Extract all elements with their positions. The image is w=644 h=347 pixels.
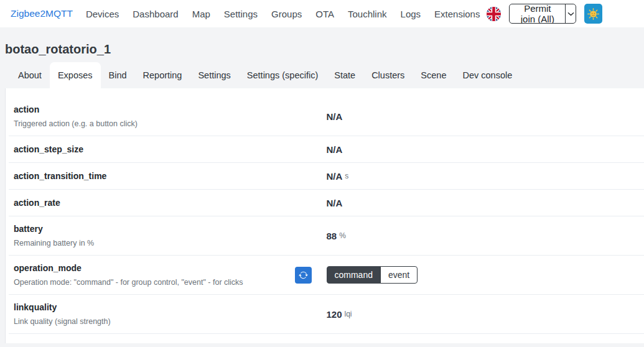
nav-item-groups[interactable]: Groups (264, 9, 309, 19)
device-header: botao_rotatorio_1 AboutExposesBindReport… (0, 27, 644, 88)
expose-description: Link quality (signal strength) (14, 316, 111, 327)
uk-flag-icon (487, 7, 501, 21)
nav-item-settings[interactable]: Settings (217, 9, 264, 19)
nav-item-dashboard[interactable]: Dashboard (126, 9, 185, 19)
expose-description: Operation mode: "command" - for group co… (14, 277, 243, 288)
tab-clusters[interactable]: Clusters (363, 62, 413, 88)
expose-labels: action_rate (14, 197, 60, 209)
option-button-event[interactable]: event (380, 266, 418, 284)
expose-row-battery: battery Remaining battery in % 88 % (9, 216, 644, 256)
nav-item-map[interactable]: Map (185, 9, 217, 19)
nav-menu: DevicesDashboardMapSettingsGroupsOTATouc… (79, 9, 487, 19)
expose-name: action_step_size (14, 143, 83, 155)
sun-face-icon (587, 8, 599, 20)
expose-labels: linkquality Link quality (signal strengt… (14, 301, 111, 327)
tab-reporting[interactable]: Reporting (135, 62, 190, 88)
expose-name: action_transition_time (14, 170, 106, 182)
expose-labels: action Triggered action (e.g. a button c… (14, 103, 138, 129)
expose-value: 120 (327, 309, 342, 320)
tab-settings-specific[interactable]: Settings (specific) (239, 62, 326, 88)
expose-name: action_rate (14, 197, 60, 209)
expose-value: N/A (327, 171, 343, 182)
expose-unit: % (339, 231, 346, 240)
expose-name: linkquality (14, 301, 111, 313)
tab-about[interactable]: About (10, 62, 50, 88)
tab-settings[interactable]: Settings (190, 62, 238, 88)
expose-description: Remaining battery in % (14, 238, 94, 249)
nav-item-logs[interactable]: Logs (394, 9, 428, 19)
permit-join-button[interactable]: Permit join (All) (510, 4, 565, 23)
tab-state[interactable]: State (326, 62, 363, 88)
language-flag-icon[interactable] (487, 7, 501, 21)
expose-labels: battery Remaining battery in % (14, 223, 94, 249)
nav-item-devices[interactable]: Devices (79, 9, 126, 19)
tab-bind[interactable]: Bind (101, 62, 135, 88)
expose-row-operation-mode: operation_mode Operation mode: "command"… (9, 256, 644, 295)
expose-value: N/A (327, 198, 343, 208)
expose-row-action-step-size: action_step_size N/A (9, 136, 644, 163)
expose-unit: lqi (345, 310, 352, 318)
expose-value: N/A (327, 144, 343, 155)
refresh-button[interactable] (295, 267, 312, 284)
top-navbar: Zigbee2MQTT DevicesDashboardMapSettingsG… (0, 0, 644, 27)
expose-unit: s (345, 172, 348, 180)
exposes-panel: action Triggered action (e.g. a button c… (5, 88, 644, 343)
expose-description: Triggered action (e.g. a button click) (14, 118, 138, 129)
operation-mode-options: commandevent (327, 266, 418, 284)
expose-name: action (14, 103, 138, 116)
expose-value: N/A (327, 111, 343, 122)
nav-item-touchlink[interactable]: Touchlink (341, 9, 394, 19)
chevron-down-icon (567, 11, 574, 17)
theme-toggle-button[interactable] (584, 4, 602, 24)
expose-labels: action_transition_time (14, 170, 106, 182)
expose-name: battery (14, 223, 94, 235)
tab-exposes[interactable]: Exposes (50, 62, 101, 88)
brand-link[interactable]: Zigbee2MQTT (11, 8, 73, 19)
option-button-command[interactable]: command (327, 266, 381, 284)
expose-row-linkquality: linkquality Link quality (signal strengt… (9, 295, 644, 334)
device-tabs: AboutExposesBindReportingSettingsSetting… (0, 62, 644, 88)
expose-name: operation_mode (14, 262, 243, 274)
permit-join-split-button: Permit join (All) (509, 4, 576, 24)
navbar-right: Permit join (All) (487, 4, 644, 24)
nav-item-ota[interactable]: OTA (309, 9, 341, 19)
expose-labels: operation_mode Operation mode: "command"… (14, 262, 243, 288)
refresh-icon (299, 271, 308, 280)
nav-item-extensions[interactable]: Extensions (427, 9, 487, 19)
expose-value: 88 (327, 231, 337, 241)
page-title: botao_rotatorio_1 (0, 27, 644, 57)
tab-scene[interactable]: Scene (413, 62, 454, 88)
tab-dev-console[interactable]: Dev console (454, 62, 520, 88)
expose-row-action-rate: action_rate N/A (9, 190, 644, 216)
expose-labels: action_step_size (14, 143, 83, 155)
expose-row-action: action Triggered action (e.g. a button c… (9, 97, 644, 136)
expose-row-action-transition-time: action_transition_time N/A s (9, 163, 644, 190)
permit-join-dropdown-toggle[interactable] (565, 4, 576, 23)
